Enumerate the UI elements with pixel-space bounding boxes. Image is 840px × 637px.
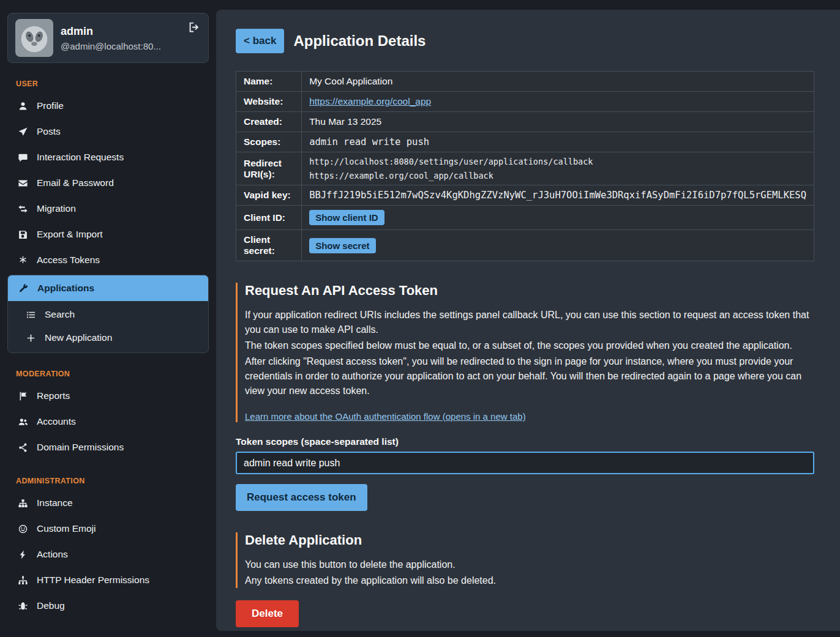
share-nodes-icon bbox=[17, 442, 28, 453]
application-details-table: Name: My Cool Application Website: https… bbox=[236, 71, 814, 261]
sidebar-item-reports[interactable]: Reports bbox=[7, 383, 209, 409]
plus-icon bbox=[25, 333, 36, 343]
delete-info-1: You can use this button to delete the ap… bbox=[245, 557, 814, 572]
page-header: < back Application Details bbox=[236, 29, 814, 53]
tools-icon bbox=[18, 283, 29, 294]
row-label: Website: bbox=[236, 92, 302, 112]
sidebar-item-debug[interactable]: Debug bbox=[7, 593, 209, 619]
detail-row-name: Name: My Cool Application bbox=[236, 72, 814, 92]
show-client-id-button[interactable]: Show client ID bbox=[309, 210, 384, 225]
created-value: Thu Mar 13 2025 bbox=[302, 112, 814, 132]
bolt-icon bbox=[17, 549, 28, 560]
comment-icon bbox=[17, 152, 28, 163]
sidebar-item-custom-emoji[interactable]: Custom Emoji bbox=[7, 516, 209, 542]
sidebar-item-posts[interactable]: Posts bbox=[7, 119, 209, 144]
token-scopes-input[interactable] bbox=[236, 452, 814, 474]
sidebar-item-accounts[interactable]: Accounts bbox=[7, 409, 209, 434]
user-info: admin @admin@localhost:80... bbox=[61, 25, 161, 51]
detail-row-website: Website: https://example.org/cool_app bbox=[236, 92, 814, 112]
avatar bbox=[15, 19, 53, 57]
application-name-value: My Cool Application bbox=[302, 72, 814, 92]
sitemap-icon bbox=[17, 498, 28, 508]
delete-application-heading: Delete Application bbox=[245, 532, 814, 548]
sidebar-item-email-password[interactable]: Email & Password bbox=[7, 170, 209, 196]
logout-button[interactable] bbox=[187, 21, 201, 34]
sidebar-item-label: Reports bbox=[37, 390, 70, 401]
envelope-icon bbox=[17, 178, 28, 188]
detail-row-client-id: Client ID: Show client ID bbox=[236, 206, 814, 230]
sidebar-item-interaction-requests[interactable]: Interaction Requests bbox=[7, 144, 209, 170]
show-secret-button[interactable]: Show secret bbox=[309, 238, 375, 253]
row-label: Client ID: bbox=[236, 206, 302, 230]
bug-icon bbox=[17, 601, 28, 611]
user-card[interactable]: admin @admin@localhost:80... bbox=[7, 13, 209, 63]
request-token-info-2: The token scopes specified below must be… bbox=[245, 338, 814, 353]
sidebar-item-label: Migration bbox=[37, 203, 76, 214]
request-token-info-1: If your application redirect URIs includ… bbox=[245, 308, 814, 337]
row-label: Created: bbox=[236, 112, 302, 132]
sidebar-item-export-import[interactable]: Export & Import bbox=[7, 222, 209, 247]
sidebar-item-domain-permissions[interactable]: Domain Permissions bbox=[7, 434, 209, 460]
sidebar-item-migration[interactable]: Migration bbox=[7, 196, 209, 222]
page-title: Application Details bbox=[293, 32, 426, 50]
sidebar-item-profile[interactable]: Profile bbox=[7, 93, 209, 119]
delete-button[interactable]: Delete bbox=[236, 600, 299, 627]
sidebar-item-access-tokens[interactable]: Access Tokens bbox=[7, 247, 209, 273]
redirect-uri-1: http://localhost:8080/settings/user/appl… bbox=[309, 157, 806, 166]
sidebar-item-label: Profile bbox=[37, 100, 64, 111]
applications-block: Applications Search New Application bbox=[7, 275, 209, 353]
request-token-info-3: After clicking "Request access token", y… bbox=[245, 354, 814, 398]
back-button[interactable]: < back bbox=[236, 29, 284, 53]
users-icon bbox=[17, 417, 28, 427]
delete-info-2: Any tokens created by the application wi… bbox=[245, 573, 814, 588]
sidebar-item-label: Accounts bbox=[37, 416, 76, 427]
request-access-token-button[interactable]: Request access token bbox=[236, 484, 367, 511]
sidebar-section-user: USER bbox=[16, 80, 209, 88]
user-icon bbox=[17, 101, 28, 111]
row-label: Scopes: bbox=[236, 132, 302, 152]
detail-row-redirect-uris: Redirect URI(s): http://localhost:8080/s… bbox=[236, 152, 814, 185]
sidebar-item-label: Email & Password bbox=[37, 177, 114, 188]
oauth-docs-link[interactable]: Learn more about the OAuth authenticatio… bbox=[245, 411, 526, 422]
row-label: Client secret: bbox=[236, 230, 302, 261]
applications-submenu: Search New Application bbox=[8, 301, 208, 352]
sidebar-item-http-header-permissions[interactable]: HTTP Header Permissions bbox=[7, 567, 209, 593]
sidebar-item-label: Custom Emoji bbox=[37, 523, 96, 534]
main-area: < back Application Details Name: My Cool… bbox=[216, 0, 840, 637]
redirect-uri-2: https://example.org/cool_app/callback bbox=[309, 171, 806, 181]
sidebar-nav: USER Profile Posts Interaction Requests … bbox=[7, 80, 209, 619]
user-name: admin bbox=[61, 25, 161, 38]
sidebar-item-label: Debug bbox=[37, 600, 65, 611]
sidebar-item-applications-search[interactable]: Search bbox=[18, 303, 208, 326]
sidebar-item-instance[interactable]: Instance bbox=[7, 490, 209, 516]
vapid-key-value: BBJffJ219b5iE512m7wQSzv4KgKDhgZZVzNyWC_r… bbox=[302, 185, 814, 206]
delete-application-section: Delete Application You can use this butt… bbox=[236, 532, 814, 588]
sidebar: admin @admin@localhost:80... USER Profil… bbox=[0, 0, 216, 637]
list-icon bbox=[25, 310, 36, 320]
paper-plane-icon bbox=[17, 127, 28, 137]
network-icon bbox=[17, 575, 28, 586]
token-scopes-label: Token scopes (space-separated list) bbox=[236, 436, 814, 447]
sidebar-item-new-application[interactable]: New Application bbox=[18, 326, 208, 349]
sidebar-item-label: Applications bbox=[37, 283, 94, 294]
row-label: Name: bbox=[236, 72, 302, 92]
website-link[interactable]: https://example.org/cool_app bbox=[309, 96, 431, 106]
sidebar-section-moderation: MODERATION bbox=[16, 370, 209, 378]
request-token-section: Request An API Access Token If your appl… bbox=[236, 283, 814, 422]
main-panel: < back Application Details Name: My Cool… bbox=[216, 10, 840, 631]
row-label: Redirect URI(s): bbox=[236, 152, 302, 185]
sidebar-section-administration: ADMINISTRATION bbox=[16, 477, 209, 485]
user-handle: @admin@localhost:80... bbox=[61, 41, 161, 51]
sidebar-item-label: Interaction Requests bbox=[37, 152, 124, 163]
sidebar-item-label: HTTP Header Permissions bbox=[37, 575, 149, 586]
flag-icon bbox=[17, 391, 28, 401]
logout-icon bbox=[187, 21, 201, 34]
floppy-disk-icon bbox=[17, 229, 28, 240]
sidebar-item-actions[interactable]: Actions bbox=[7, 542, 209, 567]
sidebar-item-label: Actions bbox=[37, 549, 68, 560]
detail-row-vapid-key: Vapid key: BBJffJ219b5iE512m7wQSzv4KgKDh… bbox=[236, 185, 814, 206]
row-label: Vapid key: bbox=[236, 185, 302, 206]
sidebar-item-applications[interactable]: Applications bbox=[8, 275, 208, 301]
sidebar-item-label: Search bbox=[45, 309, 75, 320]
detail-row-created: Created: Thu Mar 13 2025 bbox=[236, 112, 814, 132]
